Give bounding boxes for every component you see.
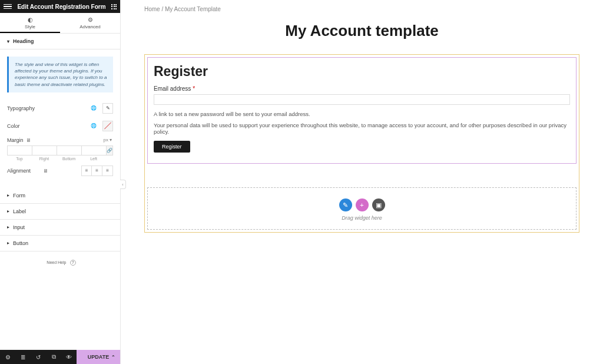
margin-top-input[interactable] <box>7 145 32 155</box>
dropzone-text: Drag widget here <box>148 215 576 221</box>
sidebar-title: Edit Account Registration Form <box>12 4 111 10</box>
add-template-icon[interactable]: ▣ <box>372 198 385 211</box>
help-icon: ? <box>70 260 76 266</box>
margin-bottom-input[interactable] <box>57 145 81 155</box>
required-mark: * <box>193 85 195 92</box>
control-color: Color 🌐 <box>0 117 120 135</box>
need-help[interactable]: Need Help ? <box>0 260 120 266</box>
tab-style-label: Style <box>25 24 35 29</box>
section-form-label: Form <box>13 193 25 198</box>
breadcrumb: Home / My Account Template <box>144 6 579 12</box>
align-center-icon[interactable]: ≡ <box>92 166 102 176</box>
register-heading: Register <box>154 64 570 80</box>
tab-advanced-label: Advanced <box>79 24 101 29</box>
color-swatch-icon[interactable] <box>102 121 113 131</box>
widget-dropzone[interactable]: ✎ + ▣ Drag widget here <box>147 187 577 230</box>
alignment-label: Alignment <box>7 168 41 174</box>
apps-grid-icon[interactable] <box>111 4 117 9</box>
section-label-label: Label <box>13 209 26 214</box>
desktop-icon[interactable]: 🖥 <box>43 168 48 174</box>
control-alignment: Alignment 🖥 ≡ ≡ ≡ <box>0 162 120 180</box>
email-label: Email address * <box>154 85 570 92</box>
section-button[interactable]: Button <box>0 236 120 252</box>
globe-icon[interactable]: 🌐 <box>88 121 99 131</box>
add-section-icon[interactable]: ✎ <box>339 198 352 211</box>
section-label[interactable]: Label <box>0 204 120 220</box>
privacy-text: Your personal data will be used to suppo… <box>154 122 570 135</box>
margin-unit[interactable]: px <box>104 137 108 143</box>
margin-top-label: Top <box>7 157 32 161</box>
control-margin: Margin 🖥 px ▾ 🔗 Top Right Bottom <box>0 135 120 162</box>
globe-icon[interactable]: 🌐 <box>88 103 99 114</box>
margin-bottom-label: Bottom <box>57 157 81 161</box>
align-right-icon[interactable]: ≡ <box>102 166 113 176</box>
editor-canvas: Home / My Account Template My Account te… <box>121 0 603 364</box>
margin-left-input[interactable] <box>81 145 106 155</box>
margin-label: Margin <box>7 137 24 143</box>
gear-icon: ⚙ <box>60 16 120 23</box>
info-notice: The style and view of this widget is oft… <box>7 57 113 92</box>
breadcrumb-sep: / <box>160 6 165 12</box>
margin-left-label: Left <box>81 157 106 161</box>
navigator-icon[interactable]: ≣ <box>15 350 31 364</box>
breadcrumb-current: My Account Template <box>165 6 221 12</box>
page-title: My Account template <box>144 22 579 40</box>
typography-label: Typography <box>7 105 85 111</box>
caret-down-icon <box>7 39 9 44</box>
section-input[interactable]: Input <box>0 220 120 236</box>
unit-chevron-icon[interactable]: ▾ <box>110 137 112 143</box>
email-field[interactable] <box>154 94 570 105</box>
preview-icon[interactable]: 👁 <box>61 350 77 364</box>
history-icon[interactable]: ↺ <box>31 350 46 364</box>
sidebar-footer: ⚙ ≣ ↺ ⧉ 👁 UPDATE ⌃ <box>0 350 120 364</box>
link-values-icon[interactable]: 🔗 <box>106 145 113 155</box>
hamburger-icon[interactable] <box>4 4 12 9</box>
panel-tabs: ◐ Style ⚙ Advanced <box>0 13 120 34</box>
add-widget-icon[interactable]: + <box>356 198 369 211</box>
settings-icon[interactable]: ⚙ <box>0 350 15 364</box>
section-heading-label: Heading <box>13 38 34 44</box>
register-button[interactable]: Register <box>154 141 190 153</box>
color-label: Color <box>7 123 85 129</box>
section-button-label: Button <box>13 240 28 246</box>
chevron-up-icon: ⌃ <box>111 355 115 360</box>
control-typography: Typography 🌐 ✎ <box>0 100 120 117</box>
desktop-icon[interactable]: 🖥 <box>26 137 31 143</box>
style-icon: ◐ <box>0 16 60 23</box>
section-container[interactable]: Register Email address * A link to set a… <box>144 54 579 233</box>
section-heading[interactable]: Heading <box>0 34 120 49</box>
caret-right-icon <box>7 209 9 214</box>
breadcrumb-home[interactable]: Home <box>144 6 160 12</box>
margin-right-input[interactable] <box>32 145 57 155</box>
register-widget[interactable]: Register Email address * A link to set a… <box>147 57 577 164</box>
sidebar-header: Edit Account Registration Form <box>0 0 120 13</box>
caret-right-icon <box>7 240 9 246</box>
editor-sidebar: Edit Account Registration Form ◐ Style ⚙… <box>0 0 121 364</box>
password-hint: A link to set a new password will be sen… <box>154 111 570 117</box>
responsive-icon[interactable]: ⧉ <box>46 350 61 364</box>
panel-body: Heading The style and view of this widge… <box>0 34 120 350</box>
tab-advanced[interactable]: ⚙ Advanced <box>60 13 120 33</box>
margin-right-label: Right <box>32 157 57 161</box>
caret-right-icon <box>7 193 9 198</box>
section-form[interactable]: Form <box>0 188 120 204</box>
align-left-icon[interactable]: ≡ <box>81 166 92 176</box>
tab-style[interactable]: ◐ Style <box>0 13 60 33</box>
update-label: UPDATE <box>88 354 109 360</box>
pencil-icon[interactable]: ✎ <box>102 103 113 114</box>
caret-right-icon <box>7 224 9 230</box>
section-input-label: Input <box>13 224 25 230</box>
update-button[interactable]: UPDATE ⌃ <box>77 350 120 364</box>
need-help-label: Need Help <box>47 260 66 264</box>
